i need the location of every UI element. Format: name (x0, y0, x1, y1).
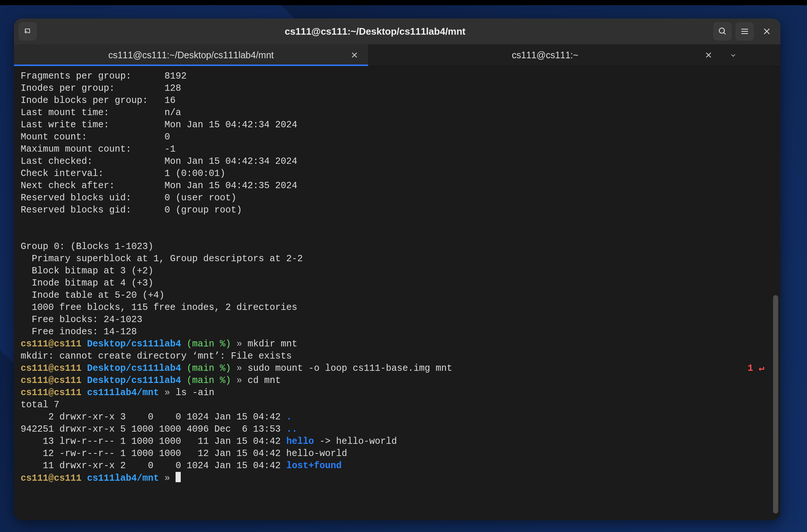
top-panel (0, 0, 807, 5)
tab-close-button[interactable]: ✕ (349, 50, 360, 61)
tab-1[interactable]: cs111@cs111:~/Desktop/cs111lab4/mnt ✕ (14, 44, 368, 66)
terminal-viewport[interactable]: Fragments per group: 8192 Inodes per gro… (14, 66, 780, 520)
terminal-output: Fragments per group: 8192 Inodes per gro… (21, 70, 774, 484)
scrollbar-thumb[interactable] (773, 295, 778, 514)
close-icon (762, 27, 771, 36)
close-window-button[interactable] (758, 22, 776, 41)
new-tab-icon (23, 27, 32, 36)
tab-label: cs111@cs111:~/Desktop/cs111lab4/mnt (108, 50, 274, 61)
search-icon (718, 27, 727, 36)
titlebar: cs111@cs111:~/Desktop/cs111lab4/mnt (14, 18, 780, 44)
chevron-down-icon (730, 52, 737, 59)
search-button[interactable] (713, 22, 732, 41)
window-title: cs111@cs111:~/Desktop/cs111lab4/mnt (41, 26, 710, 37)
tab-label: cs111@cs111:~ (512, 50, 578, 61)
hamburger-icon (740, 27, 749, 36)
scrollbar[interactable] (773, 295, 778, 514)
new-tab-button[interactable] (18, 22, 37, 41)
terminal-window: cs111@cs111:~/Desktop/cs111lab4/mnt cs11… (14, 18, 780, 520)
tab-dropdown-button[interactable] (722, 44, 744, 66)
tab-2[interactable]: cs111@cs111:~ ✕ (368, 44, 722, 66)
tab-strip: cs111@cs111:~/Desktop/cs111lab4/mnt ✕ cs… (14, 44, 780, 66)
hamburger-menu-button[interactable] (735, 22, 754, 41)
tab-close-button[interactable]: ✕ (703, 50, 714, 61)
